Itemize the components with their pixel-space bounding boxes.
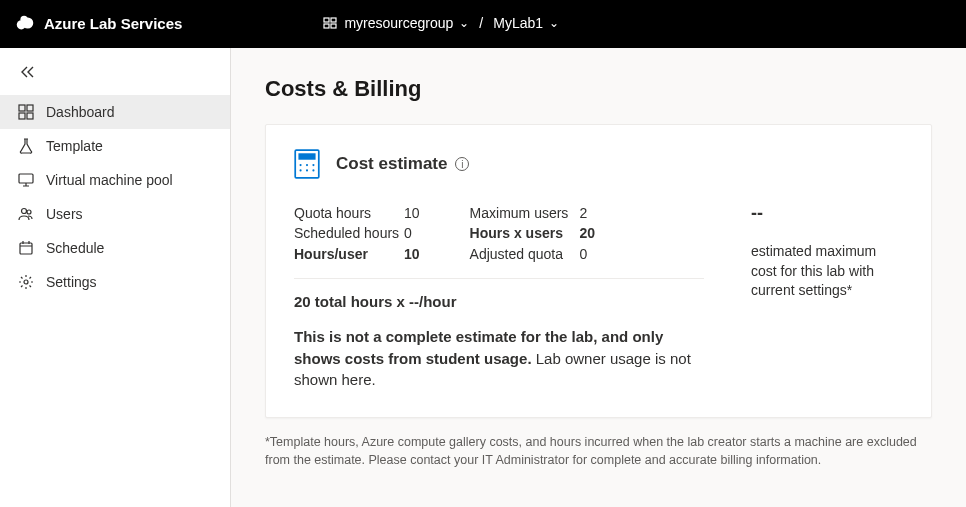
svg-point-20 [312, 164, 314, 166]
brand-title: Azure Lab Services [44, 15, 182, 32]
gear-icon [18, 274, 34, 290]
svg-rect-3 [324, 18, 329, 22]
divider [294, 278, 704, 279]
flask-icon [18, 138, 34, 154]
svg-rect-11 [19, 174, 33, 183]
hours-per-user-value: 10 [404, 244, 420, 264]
svg-point-23 [312, 169, 314, 171]
footnote-text: *Template hours, Azure compute gallery c… [265, 434, 932, 469]
users-icon [18, 206, 34, 222]
svg-rect-10 [27, 113, 33, 119]
quota-hours-label: Quota hours [294, 203, 404, 223]
svg-rect-6 [331, 24, 336, 28]
sidebar-item-schedule[interactable]: Schedule [0, 231, 230, 265]
sidebar-item-users[interactable]: Users [0, 197, 230, 231]
calculator-icon [294, 149, 320, 179]
top-bar: Azure Lab Services myresourcegroup ⌄ / M… [0, 0, 966, 48]
sidebar-item-label: Schedule [46, 240, 104, 256]
dashboard-icon [18, 104, 34, 120]
estimate-summary: -- estimated maximum cost for this lab w… [733, 203, 903, 301]
svg-point-21 [300, 169, 302, 171]
max-users-label: Maximum users [470, 203, 580, 223]
card-title: Cost estimate i [336, 154, 469, 174]
svg-rect-8 [27, 105, 33, 111]
chevron-double-left-icon [20, 64, 36, 81]
svg-point-12 [22, 209, 27, 214]
svg-point-22 [306, 169, 308, 171]
info-icon[interactable]: i [455, 157, 469, 171]
metrics-right-column: Maximum users2 Hours x users20 Adjusted … [470, 203, 596, 264]
calendar-icon [18, 240, 34, 256]
svg-rect-14 [20, 243, 32, 254]
max-users-value: 2 [580, 203, 588, 223]
sidebar-item-dashboard[interactable]: Dashboard [0, 95, 230, 129]
totals-line: 20 total hours x --/hour [294, 293, 733, 310]
sidebar-item-label: Template [46, 138, 103, 154]
svg-point-13 [27, 210, 31, 214]
estimate-caption: estimated maximum cost for this lab with… [751, 242, 903, 301]
chevron-down-icon: ⌄ [459, 16, 469, 30]
svg-point-19 [306, 164, 308, 166]
scheduled-hours-value: 0 [404, 223, 412, 243]
sidebar-item-label: Dashboard [46, 104, 115, 120]
sidebar-item-label: Settings [46, 274, 97, 290]
svg-rect-4 [331, 18, 336, 22]
svg-point-15 [24, 280, 28, 284]
breadcrumb-lab[interactable]: MyLab1 ⌄ [493, 15, 559, 31]
card-header: Cost estimate i [294, 149, 903, 179]
adjusted-quota-label: Adjusted quota [470, 244, 580, 264]
quota-hours-value: 10 [404, 203, 420, 223]
estimate-value: -- [751, 203, 903, 224]
sidebar-collapse-button[interactable] [0, 56, 230, 95]
scheduled-hours-label: Scheduled hours [294, 223, 404, 243]
chevron-down-icon: ⌄ [549, 16, 559, 30]
hours-x-users-value: 20 [580, 223, 596, 243]
svg-rect-7 [19, 105, 25, 111]
disclaimer-text: This is not a complete estimate for the … [294, 326, 704, 391]
sidebar-item-settings[interactable]: Settings [0, 265, 230, 299]
svg-point-18 [300, 164, 302, 166]
breadcrumb-separator: / [479, 15, 483, 31]
azure-lab-logo-icon [14, 12, 36, 34]
svg-rect-5 [324, 24, 329, 28]
adjusted-quota-value: 0 [580, 244, 588, 264]
page-title: Costs & Billing [265, 76, 932, 102]
resource-group-icon [322, 15, 338, 31]
main-content: Costs & Billing Cost estimate i [231, 48, 966, 507]
breadcrumb-resource-group[interactable]: myresourcegroup ⌄ [322, 15, 469, 31]
svg-rect-9 [19, 113, 25, 119]
monitor-icon [18, 172, 34, 188]
brand-area[interactable]: Azure Lab Services [14, 12, 182, 34]
svg-point-2 [20, 16, 27, 23]
sidebar-item-template[interactable]: Template [0, 129, 230, 163]
sidebar-item-label: Users [46, 206, 83, 222]
cost-estimate-card: Cost estimate i Quota hours10 Scheduled … [265, 124, 932, 418]
breadcrumb-lab-label: MyLab1 [493, 15, 543, 31]
metrics-left-column: Quota hours10 Scheduled hours0 Hours/use… [294, 203, 420, 264]
sidebar: Dashboard Template Virtual machine pool … [0, 48, 231, 507]
sidebar-item-label: Virtual machine pool [46, 172, 173, 188]
svg-rect-17 [298, 153, 315, 159]
breadcrumb: myresourcegroup ⌄ / MyLab1 ⌄ [322, 15, 559, 31]
hours-x-users-label: Hours x users [470, 223, 580, 243]
card-title-text: Cost estimate [336, 154, 447, 174]
metrics-grid: Quota hours10 Scheduled hours0 Hours/use… [294, 203, 733, 264]
hours-per-user-label: Hours/user [294, 244, 404, 264]
breadcrumb-rg-label: myresourcegroup [344, 15, 453, 31]
sidebar-item-vm-pool[interactable]: Virtual machine pool [0, 163, 230, 197]
